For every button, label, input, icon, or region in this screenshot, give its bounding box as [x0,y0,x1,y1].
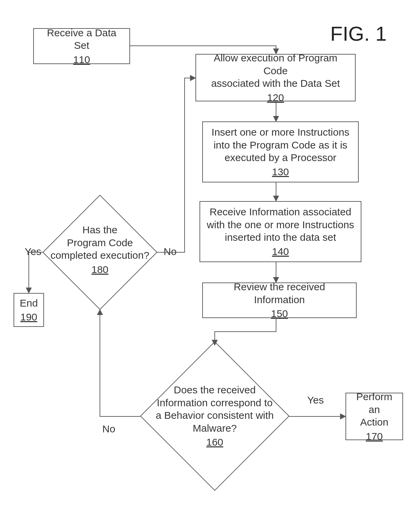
label-160-no: No [102,423,115,435]
node-160-l1: Does the received [133,384,296,396]
label-160-yes: Yes [307,394,324,406]
node-170-l2: Action [360,416,388,429]
node-180-ref: 180 [32,263,168,276]
label-180-no: No [164,246,176,257]
node-180-l3: completed execution? [32,249,168,262]
node-150: Review the received Information 150 [202,282,357,318]
node-160-text: Does the received Information correspond… [133,384,296,449]
node-180-text: Has the Program Code completed execution… [32,223,168,276]
node-180-l1: Has the [32,223,168,236]
node-190: End 190 [14,293,44,327]
node-110-ref: 110 [73,53,90,66]
node-130-l3: executed by a Processor [225,151,336,164]
node-140-l1: Receive Information associated [210,205,352,218]
flowchart-canvas: FIG. 1 Receive a Data Set 110 Allow exec… [0,0,420,509]
node-110: Receive a Data Set 110 [33,28,130,64]
node-140-l3: inserted into the data set [225,231,336,244]
node-190-ref: 190 [20,311,37,324]
node-120: Allow execution of Program Code associat… [195,54,356,101]
node-170-l1: Perform an [352,390,396,416]
node-120-l2: associated with the Data Set [211,77,340,90]
node-130: Insert one or more Instructions into the… [202,121,359,182]
node-170-ref: 170 [366,430,383,443]
node-190-text: End [20,297,38,310]
node-160-l3: a Behavior consistent with [133,409,296,422]
figure-title: FIG. 1 [330,24,387,44]
node-150-ref: 150 [271,307,288,320]
node-130-ref: 130 [272,165,289,178]
node-140-l2: with the one or more Instructions [207,218,354,231]
node-140-ref: 140 [272,245,289,258]
node-130-l2: into the Program Code as it is [213,139,347,152]
node-170: Perform an Action 170 [345,393,403,440]
node-160-l2: Information correspond to [133,396,296,409]
node-130-l1: Insert one or more Instructions [212,126,350,139]
node-120-ref: 120 [267,91,284,104]
node-140: Receive Information associated with the … [200,201,361,262]
node-180: Has the Program Code completed execution… [32,184,168,320]
node-120-l1: Allow execution of Program Code [202,52,349,77]
label-180-yes: Yes [25,246,41,257]
node-160: Does the received Information correspond… [133,343,296,489]
node-160-ref: 160 [133,436,296,449]
node-110-text: Receive a Data Set [40,26,123,52]
node-180-l2: Program Code [32,236,168,249]
node-160-l4: Malware? [133,422,296,435]
node-150-text: Review the received Information [209,280,350,306]
